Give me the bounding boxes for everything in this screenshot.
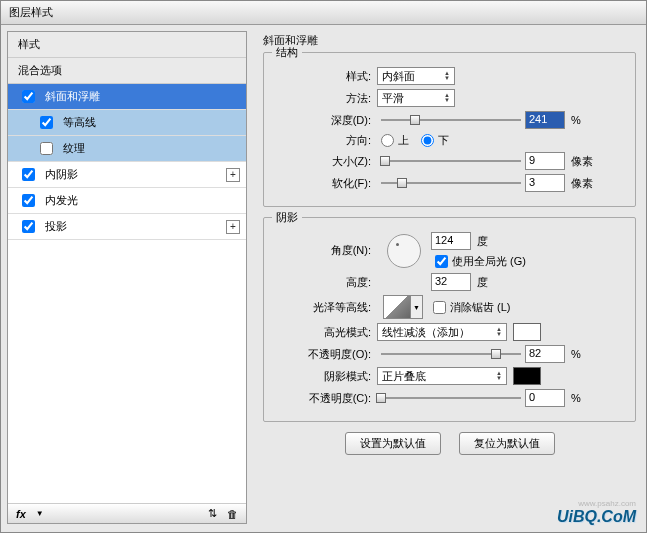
structure-legend: 结构	[272, 45, 302, 60]
depth-label: 深度(D):	[272, 113, 377, 128]
shadow-color-swatch[interactable]	[513, 367, 541, 385]
gloss-contour[interactable]	[383, 295, 411, 319]
bevel-checkbox[interactable]	[22, 90, 35, 103]
opacity-input[interactable]: 82	[525, 345, 565, 363]
window-title: 图层样式	[9, 6, 53, 18]
dir-down-label: 下	[438, 133, 449, 148]
direction-down-radio[interactable]	[421, 134, 434, 147]
section-title: 斜面和浮雕	[263, 33, 636, 48]
shadow-mode-label: 阴影模式:	[272, 369, 377, 384]
select-arrows-icon: ▲▼	[496, 327, 502, 337]
direction-up-radio[interactable]	[381, 134, 394, 147]
sidebar-item-label: 内阴影	[45, 167, 78, 182]
watermark-logo: UiBQ.CoM	[557, 508, 636, 526]
method-label: 方法:	[272, 91, 377, 106]
opacity-slider[interactable]	[381, 347, 521, 361]
titlebar: 图层样式	[1, 1, 646, 25]
altitude-unit: 度	[477, 275, 488, 290]
texture-checkbox[interactable]	[40, 142, 53, 155]
direction-label: 方向:	[272, 133, 377, 148]
sidebar-footer: fx ▼ ⇅ 🗑	[8, 503, 246, 523]
sidebar-item-bevel[interactable]: 斜面和浮雕	[8, 84, 246, 110]
plus-icon[interactable]: +	[226, 220, 240, 234]
depth-input[interactable]: 241	[525, 111, 565, 129]
size-slider[interactable]	[381, 154, 521, 168]
opacity2-slider[interactable]	[381, 391, 521, 405]
style-label: 样式:	[272, 69, 377, 84]
antialias-label: 消除锯齿 (L)	[450, 300, 511, 315]
sidebar-item-label: 内发光	[45, 193, 78, 208]
size-label: 大小(Z):	[272, 154, 377, 169]
select-arrows-icon: ▲▼	[444, 71, 450, 81]
sidebar-header-styles[interactable]: 样式	[8, 32, 246, 58]
select-arrows-icon: ▲▼	[496, 371, 502, 381]
drop-shadow-checkbox[interactable]	[22, 220, 35, 233]
method-select[interactable]: 平滑 ▲▼	[377, 89, 455, 107]
opacity2-unit: %	[571, 392, 581, 404]
size-unit: 像素	[571, 154, 593, 169]
sidebar-item-texture[interactable]: 纹理	[8, 136, 246, 162]
angle-input[interactable]: 124	[431, 232, 471, 250]
antialias-checkbox[interactable]	[433, 301, 446, 314]
highlight-mode-select[interactable]: 线性减淡（添加） ▲▼	[377, 323, 507, 341]
depth-slider[interactable]	[381, 113, 521, 127]
make-default-button[interactable]: 设置为默认值	[345, 432, 441, 455]
select-arrows-icon: ▲▼	[444, 93, 450, 103]
sidebar-item-label: 斜面和浮雕	[45, 89, 100, 104]
plus-icon[interactable]: +	[226, 168, 240, 182]
structure-group: 结构 样式: 内斜面 ▲▼ 方法: 平滑 ▲▼ 深度(D):	[263, 52, 636, 207]
fx-icon[interactable]: fx	[16, 508, 26, 520]
contour-checkbox[interactable]	[40, 116, 53, 129]
dir-up-label: 上	[398, 133, 409, 148]
global-light-label: 使用全局光 (G)	[452, 254, 526, 269]
global-light-checkbox[interactable]	[435, 255, 448, 268]
gloss-label: 光泽等高线:	[272, 300, 377, 315]
shade-group: 阴影 角度(N): 124 度 使用全局光 (G)	[263, 217, 636, 422]
altitude-input[interactable]: 32	[431, 273, 471, 291]
soften-label: 软化(F):	[272, 176, 377, 191]
shade-legend: 阴影	[272, 210, 302, 225]
sidebar-item-label: 纹理	[63, 141, 85, 156]
sidebar-item-inner-shadow[interactable]: 内阴影 +	[8, 162, 246, 188]
highlight-mode-label: 高光模式:	[272, 325, 377, 340]
up-down-icon[interactable]: ⇅	[208, 507, 217, 520]
watermark-url: www.psahz.com	[578, 499, 636, 508]
sidebar-item-inner-glow[interactable]: 内发光	[8, 188, 246, 214]
angle-label: 角度(N):	[272, 243, 377, 258]
sidebar-item-label: 投影	[45, 219, 67, 234]
sidebar-header-blend[interactable]: 混合选项	[8, 58, 246, 84]
sidebar-item-drop-shadow[interactable]: 投影 +	[8, 214, 246, 240]
sidebar: 样式 混合选项 斜面和浮雕 等高线 纹理 内阴影 + 内发光	[7, 31, 247, 524]
gloss-contour-dropdown[interactable]: ▼	[411, 295, 423, 319]
angle-unit: 度	[477, 234, 488, 249]
sidebar-item-label: 等高线	[63, 115, 96, 130]
style-select[interactable]: 内斜面 ▲▼	[377, 67, 455, 85]
opacity-label: 不透明度(O):	[272, 347, 377, 362]
chevron-down-icon[interactable]: ▼	[36, 509, 44, 518]
size-input[interactable]: 9	[525, 152, 565, 170]
highlight-color-swatch[interactable]	[513, 323, 541, 341]
angle-dial[interactable]	[387, 234, 421, 268]
altitude-label: 高度:	[272, 275, 377, 290]
depth-unit: %	[571, 114, 581, 126]
reset-default-button[interactable]: 复位为默认值	[459, 432, 555, 455]
shadow-mode-select[interactable]: 正片叠底 ▲▼	[377, 367, 507, 385]
inner-glow-checkbox[interactable]	[22, 194, 35, 207]
soften-unit: 像素	[571, 176, 593, 191]
sidebar-item-contour[interactable]: 等高线	[8, 110, 246, 136]
inner-shadow-checkbox[interactable]	[22, 168, 35, 181]
soften-input[interactable]: 3	[525, 174, 565, 192]
opacity2-input[interactable]: 0	[525, 389, 565, 407]
opacity-unit: %	[571, 348, 581, 360]
soften-slider[interactable]	[381, 176, 521, 190]
content: 斜面和浮雕 结构 样式: 内斜面 ▲▼ 方法: 平滑 ▲▼	[253, 25, 646, 530]
trash-icon[interactable]: 🗑	[227, 508, 238, 520]
opacity2-label: 不透明度(C):	[272, 391, 377, 406]
